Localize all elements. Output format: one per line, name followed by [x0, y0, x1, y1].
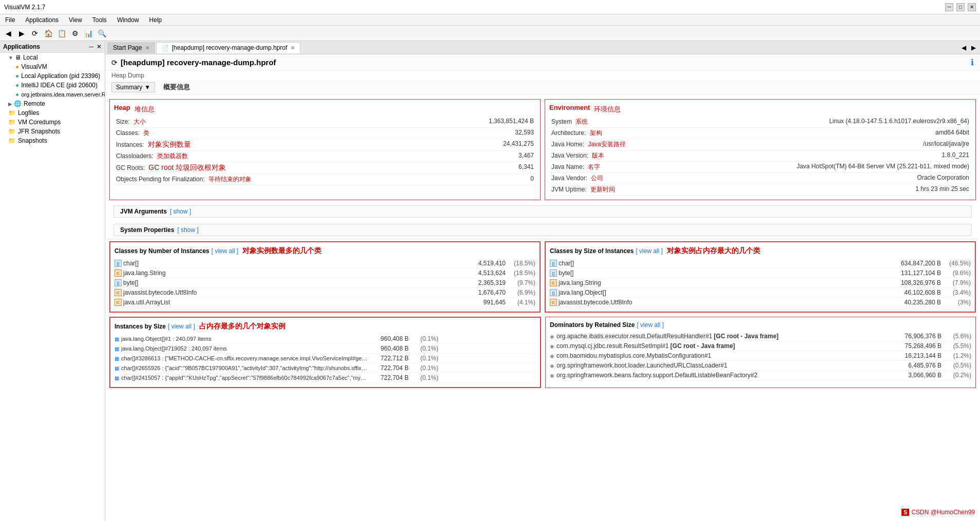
classes-by-size-viewall[interactable]: [ view all ] — [636, 247, 663, 255]
instances-by-size-viewall[interactable]: [ view all ] — [168, 323, 195, 330]
sidebar-item-local-app[interactable]: ● Local Application (pid 23396) — [0, 71, 105, 81]
classes-by-size-row-4[interactable]: C javassist.bytecode.Utf8Info 40,235,280… — [550, 298, 971, 307]
toolbar-btn-2[interactable]: ▶ — [15, 27, 28, 40]
menu-view[interactable]: View — [66, 15, 85, 25]
sidebar: Applications ─ ✕ ▼ 🖥 Local ● VisualVM ● … — [0, 41, 105, 521]
dominators-viewall[interactable]: [ view all ] — [637, 321, 664, 329]
jfr-icon: 📁 — [8, 128, 16, 135]
dominators-panel: Dominators by Retained Size [ view all ]… — [545, 317, 976, 388]
toolbar-btn-8[interactable]: 🔍 — [95, 27, 108, 40]
classes-by-size-row-3[interactable]: [] java.lang.Object[] 46,102,608 B (3.4%… — [550, 288, 971, 298]
sys-props-show-link[interactable]: [ show ] — [177, 226, 198, 234]
menu-window[interactable]: Window — [114, 15, 142, 25]
sidebar-minimize-button[interactable]: ─ — [89, 43, 93, 50]
classes-by-size-row-2[interactable]: C java.lang.String 108,326,976 B (7.9%) — [550, 278, 971, 288]
env-table: System 系统 Linux (4.18.0-147.5.1.6.h1017.… — [549, 117, 971, 196]
sidebar-label-local: Local — [23, 54, 38, 61]
toolbar-btn-3[interactable]: ⟳ — [29, 27, 41, 40]
array-icon-2: [] — [114, 279, 122, 286]
sidebar-label-logfiles: Logfiles — [18, 109, 39, 117]
sidebar-item-remote[interactable]: ▶ 🌐 Remote — [0, 99, 105, 108]
dominator-row-3[interactable]: ◉ org.springframework.boot.loader.Launch… — [550, 361, 971, 371]
toolbar-btn-5[interactable]: 📋 — [55, 27, 68, 40]
menu-applications[interactable]: Applications — [22, 15, 62, 25]
system-properties-section[interactable]: System Properties [ show ] — [113, 224, 972, 236]
csdn-logo: S — [901, 509, 909, 516]
sidebar-item-logfiles[interactable]: 📁 Logfiles — [0, 108, 105, 118]
classes-by-size-header: Classes by Size of Instances [ view all … — [550, 246, 971, 256]
classes-by-instances-row-3[interactable]: C javassist.bytecode.Utf8Info 1,676,470 … — [114, 288, 535, 298]
tab-start-page-label: Start Page — [113, 44, 142, 51]
sidebar-close-button[interactable]: ✕ — [97, 43, 102, 50]
dom-icon-4: ◉ — [550, 373, 554, 378]
dominator-row-0[interactable]: ◉ org.apache.ibatis.executor.result.Defa… — [550, 332, 971, 341]
watermark-text: CSDN @HumoChen99 — [911, 509, 975, 516]
page-header: ⟳ [heapdump] recovery-manage-dump.hprof … — [105, 54, 980, 71]
instance-icon-1: ▦ — [114, 346, 119, 352]
class-icon-4: C — [114, 299, 122, 306]
tab-heapdump-label: [heapdump] recovery-manage-dump.hprof — [172, 44, 287, 51]
env-row-javavendor: Java Vendor: 公司 Oracle Corporation — [549, 173, 971, 184]
tab-heapdump[interactable]: 📄 [heapdump] recovery-manage-dump.hprof … — [156, 42, 300, 53]
classes-by-instances-row-1[interactable]: C java.lang.String 4,513,624 (18.5%) — [114, 268, 535, 278]
classes-by-instances-viewall[interactable]: [ view all ] — [212, 247, 239, 255]
toolbar-btn-7[interactable]: 📊 — [82, 27, 94, 40]
sidebar-label-remote: Remote — [24, 100, 45, 107]
classes-by-instances-row-4[interactable]: C java.util.ArrayList 991,645 (4.1%) — [114, 298, 535, 307]
heapdump-tab-icon: 📄 — [162, 45, 169, 51]
toolbar-btn-1[interactable]: ◀ — [2, 27, 14, 40]
jvm-args-show-link[interactable]: [ show ] — [170, 208, 191, 215]
remote-expand-arrow: ▶ — [8, 101, 12, 107]
sidebar-item-coredumps[interactable]: 📁 VM Coredumps — [0, 118, 105, 127]
instance-row-3[interactable]: ▦ char[]#2655926 : {"acid":"9B057BC19790… — [114, 363, 536, 373]
instances-by-size-panel: Instances by Size [ view all ] 占内存最多的几个对… — [109, 317, 541, 388]
classes-by-size-row-0[interactable]: [] char[] 634,847,200 B (46.5%) — [550, 259, 971, 268]
tab-bar: Start Page ✕ 📄 [heapdump] recovery-manag… — [105, 41, 980, 54]
visualvm-app-icon: ● — [15, 63, 19, 70]
classes-by-instances-row-2[interactable]: [] byte[] 2,365,319 (9.7%) — [114, 278, 535, 288]
sidebar-item-jfr[interactable]: 📁 JFR Snapshots — [0, 127, 105, 136]
menu-file[interactable]: File — [2, 15, 18, 25]
tab-start-page-close[interactable]: ✕ — [145, 45, 149, 51]
instance-row-2[interactable]: ▦ char[]#3286613 : ["METHOD-CACHE-cn.sff… — [114, 354, 536, 363]
sidebar-label-visualvm: VisualVM — [21, 63, 47, 70]
instance-row-1[interactable]: ▦ java.lang.Object[]#719052 : 240,097 it… — [114, 344, 536, 354]
minimize-button[interactable]: ─ — [945, 3, 953, 11]
dominator-row-1[interactable]: ◉ com.mysql.cj.jdbc.result.ResultSetImpl… — [550, 341, 971, 351]
tab-nav-right[interactable]: ▶ — [969, 43, 978, 52]
sidebar-item-visualvm[interactable]: ● VisualVM — [0, 62, 105, 71]
menu-help[interactable]: Help — [146, 15, 165, 25]
sidebar-item-intellij[interactable]: ● IntelliJ IDEA CE (pid 20600) — [0, 81, 105, 90]
tab-heapdump-close[interactable]: ✕ — [291, 45, 295, 51]
close-button[interactable]: ✕ — [968, 3, 976, 11]
sidebar-item-snapshots[interactable]: 📁 Snapshots — [0, 136, 105, 145]
instance-icon-4: ▦ — [114, 375, 119, 381]
summary-button[interactable]: Summary ▼ — [111, 82, 155, 92]
menu-tools[interactable]: Tools — [89, 15, 110, 25]
page-title: [heapdump] recovery-manage-dump.hprof — [121, 58, 276, 67]
classes-by-instances-row-0[interactable]: [] char[] 4,519,410 (18.5%) — [114, 259, 535, 268]
dominator-row-4[interactable]: ◉ org.springframework.beans.factory.supp… — [550, 371, 971, 380]
classes-by-size-row-1[interactable]: [] byte[] 131,127,104 B (9.6%) — [550, 268, 971, 278]
sidebar-label-snapshots: Snapshots — [18, 137, 47, 144]
instances-by-size-title: Instances by Size — [114, 323, 166, 330]
jvm-arguments-section[interactable]: JVM Arguments [ show ] — [113, 205, 972, 218]
instance-row-0[interactable]: ▦ java.lang.Object[]#1 : 240,097 items 9… — [114, 334, 536, 344]
info-icon[interactable]: ℹ — [971, 57, 974, 67]
tab-nav-left[interactable]: ◀ — [959, 43, 968, 52]
instance-row-4[interactable]: ▦ char[]#2415057 : {"appId":"KUsHzTpg","… — [114, 373, 536, 383]
env-row-javahome: Java Home: Java安装路径 /usr/local/java/jre — [549, 139, 971, 150]
heap-row-instances: Instances: 对象实例数量 24,431,275 — [114, 139, 536, 151]
maximize-button[interactable]: □ — [956, 3, 965, 11]
title-bar: VisualVM 2.1.7 ─ □ ✕ — [0, 0, 980, 14]
sidebar-item-local[interactable]: ▼ 🖥 Local — [0, 53, 105, 62]
toolbar-btn-4[interactable]: 🏠 — [42, 27, 54, 40]
dominator-row-2[interactable]: ◉ com.baomidou.mybatisplus.core.MybatisC… — [550, 351, 971, 361]
sys-props-label: System Properties — [120, 226, 174, 234]
sidebar-item-maven[interactable]: ● org.jetbrains.idea.maven.server.Re... — [0, 90, 105, 99]
dominators-title: Dominators by Retained Size — [550, 321, 635, 329]
summary-dropdown-icon: ▼ — [144, 84, 150, 91]
tab-start-page[interactable]: Start Page ✕ — [107, 42, 155, 53]
toolbar: ◀ ▶ ⟳ 🏠 📋 ⚙ 📊 🔍 — [0, 26, 980, 41]
toolbar-btn-6[interactable]: ⚙ — [69, 27, 81, 40]
